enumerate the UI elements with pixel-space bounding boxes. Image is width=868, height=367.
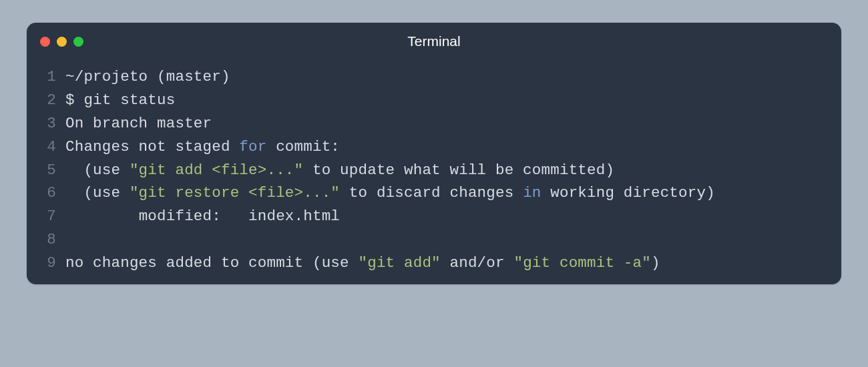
zoom-icon[interactable] (73, 37, 83, 47)
terminal-line: 7 modified: index.html (39, 205, 829, 228)
minimize-icon[interactable] (57, 37, 67, 47)
code-segment: ) (651, 254, 660, 272)
titlebar: Terminal (27, 23, 841, 60)
code-segment: "git restore <file>..." (130, 184, 340, 202)
code-segment: "git commit -a" (513, 254, 651, 272)
terminal-line: 9no changes added to commit (use "git ad… (39, 252, 829, 275)
close-icon[interactable] (40, 37, 50, 47)
line-number: 9 (39, 252, 65, 275)
window-title: Terminal (27, 33, 841, 49)
code-segment: Changes not staged (65, 138, 239, 155)
line-content: On branch master (65, 112, 829, 135)
terminal-line: 5 (use "git add <file>..." to update wha… (39, 159, 829, 182)
terminal-line: 2$ git status (39, 89, 829, 112)
line-number: 8 (39, 228, 65, 252)
code-segment: and/or (441, 254, 514, 272)
code-segment: modified: index.html (65, 208, 340, 225)
code-segment: no changes added to commit (use (65, 254, 358, 272)
line-number: 2 (39, 89, 65, 112)
code-segment: to discard changes (340, 184, 523, 202)
code-segment: (use (65, 184, 130, 202)
code-segment: in (523, 184, 541, 202)
line-number: 1 (39, 65, 65, 89)
code-segment: commit: (266, 138, 340, 155)
code-segment: ~/projeto (master) (65, 68, 230, 85)
code-segment: $ git status (65, 91, 175, 109)
code-segment: "git add" (358, 254, 440, 272)
terminal-window: Terminal 1~/projeto (master)2$ git statu… (27, 23, 841, 284)
terminal-line: 8 (39, 228, 829, 252)
line-content: no changes added to commit (use "git add… (65, 252, 829, 275)
line-content: ~/projeto (master) (65, 65, 829, 89)
terminal-line: 3On branch master (39, 112, 829, 135)
terminal-line: 4Changes not staged for commit: (39, 135, 829, 159)
line-number: 6 (39, 181, 65, 205)
line-content: (use "git add <file>..." to update what … (65, 159, 829, 182)
line-number: 5 (39, 159, 65, 182)
line-number: 4 (39, 135, 65, 159)
line-number: 3 (39, 112, 65, 135)
terminal-output[interactable]: 1~/projeto (master)2$ git status3On bran… (27, 60, 841, 275)
line-content: (use "git restore <file>..." to discard … (65, 181, 829, 205)
code-segment: "git add <file>..." (130, 161, 303, 179)
line-content: Changes not staged for commit: (65, 135, 829, 159)
line-content: $ git status (65, 89, 829, 112)
terminal-line: 1~/projeto (master) (39, 65, 829, 89)
code-segment: On branch master (65, 115, 212, 132)
code-segment: for (239, 138, 266, 155)
code-segment: (use (65, 161, 130, 179)
terminal-line: 6 (use "git restore <file>..." to discar… (39, 181, 829, 205)
code-segment: to update what will be committed) (303, 161, 614, 179)
code-segment: working directory) (541, 184, 715, 202)
line-content: modified: index.html (65, 205, 829, 228)
line-number: 7 (39, 205, 65, 228)
traffic-lights (40, 37, 83, 47)
